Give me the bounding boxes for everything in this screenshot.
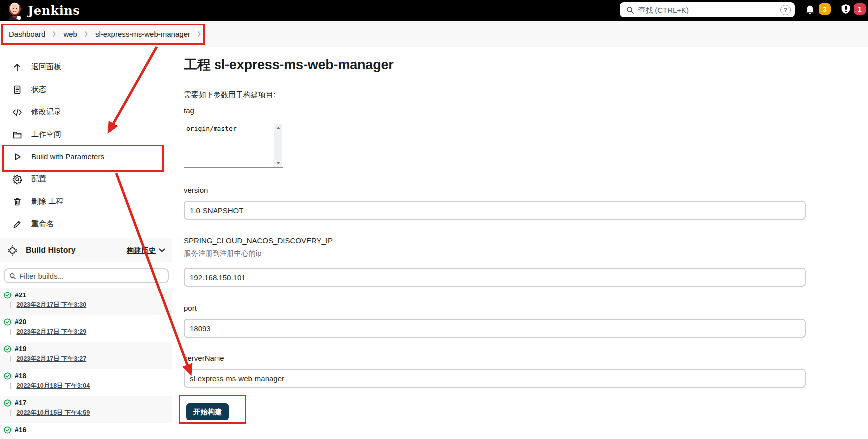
notification-count-badge[interactable]: 3	[819, 3, 831, 15]
param-label-tag: tag	[184, 106, 194, 115]
jenkins-butler-logo-icon	[6, 0, 24, 20]
sidebar-item-label: Build with Parameters	[31, 152, 104, 161]
jenkins-home-link[interactable]: Jenkins	[6, 0, 80, 20]
param-label-nacos-ip: SPRING_CLOUD_NACOS_DISCOVERY_IP	[184, 236, 333, 245]
sidebar-item-build-with-parameters[interactable]: Build with Parameters	[0, 146, 172, 168]
parameters-intro-text: 需要如下参数用于构建项目:	[184, 90, 275, 100]
breadcrumb-separator-icon	[197, 31, 201, 37]
build-history-list: #21 2023年2月17日 下午3:30 #20 2023年2月17日 下午3…	[0, 288, 172, 439]
build-date-link[interactable]: 2022年10月15日 下午4:59	[17, 409, 90, 417]
sidebar-item-rename[interactable]: 重命名	[0, 213, 172, 235]
port-input[interactable]	[184, 319, 806, 338]
sidebar-item-label: 删除 工程	[31, 197, 63, 206]
sidebar-item-configure[interactable]: 配置	[0, 168, 172, 190]
breadcrumb-job[interactable]: sl-express-ms-web-manager	[95, 30, 190, 38]
version-input[interactable]	[184, 201, 806, 220]
build-success-icon	[4, 426, 11, 434]
tag-selected-value[interactable]: origin/master	[186, 125, 237, 132]
build-row: #20 2023年2月17日 下午3:29	[0, 315, 172, 342]
page-title: 工程 sl-express-ms-web-manager	[184, 56, 394, 74]
start-build-button[interactable]: 开始构建	[186, 403, 229, 420]
build-date-link[interactable]: 2023年2月17日 下午3:30	[17, 301, 87, 309]
build-filter	[4, 268, 169, 283]
play-icon	[12, 151, 23, 162]
build-number-link[interactable]: #19	[15, 345, 26, 353]
build-success-icon	[4, 318, 11, 326]
build-success-icon	[4, 345, 11, 353]
build-success-icon	[4, 399, 11, 407]
tree-connector	[10, 302, 11, 308]
build-number-link[interactable]: #16	[15, 426, 26, 434]
sidebar-item-back-to-dashboard[interactable]: 返回面板	[0, 56, 172, 78]
build-row: #17 2022年10月15日 下午4:59	[0, 396, 172, 423]
changes-icon	[12, 107, 23, 118]
build-success-icon	[4, 292, 11, 299]
security-shield-icon[interactable]	[841, 3, 851, 15]
build-number-link[interactable]: #18	[15, 372, 26, 380]
sidebar-item-changes[interactable]: 修改记录	[0, 101, 172, 123]
search-icon	[9, 272, 16, 280]
tree-connector	[10, 410, 11, 416]
trash-icon	[12, 196, 23, 207]
topbar: Jenkins ? 3 1	[0, 0, 868, 21]
build-row: #18 2022年10月18日 下午3:04	[0, 369, 172, 396]
chevron-down-icon	[159, 248, 165, 253]
pencil-icon	[12, 219, 23, 230]
param-label-server-name: serverName	[184, 354, 224, 362]
scroll-down-icon[interactable]	[274, 159, 282, 167]
build-history-header: Build History 构建历史	[0, 238, 172, 262]
status-icon	[12, 84, 23, 95]
build-filter-input[interactable]	[19, 272, 164, 280]
sidebar-item-label: 返回面板	[31, 62, 61, 72]
search-input[interactable]	[638, 6, 780, 14]
build-date-link[interactable]: 2023年2月17日 下午3:29	[17, 328, 87, 336]
sidebar-item-label: 工作空间	[31, 130, 61, 139]
workspace-folder-icon	[12, 129, 23, 140]
build-row: #16	[0, 423, 172, 439]
breadcrumb-separator-icon	[84, 31, 88, 37]
sidebar-item-label: 状态	[31, 85, 46, 94]
sidebar: 返回面板 状态 修改记录 工作空间 Build with Parameters …	[0, 56, 172, 235]
build-date-link[interactable]: 2022年10月18日 下午3:04	[17, 382, 90, 390]
tree-connector	[10, 329, 11, 335]
build-row: #21 2023年2月17日 下午3:30	[0, 288, 172, 315]
sidebar-item-label: 重命名	[31, 219, 54, 229]
breadcrumb-dashboard[interactable]: Dashboard	[9, 30, 45, 38]
sidebar-item-label: 修改记录	[31, 107, 61, 117]
breadcrumb-separator-icon	[52, 31, 56, 37]
param-label-version: version	[184, 186, 208, 194]
build-date-link[interactable]: 2023年2月17日 下午3:27	[17, 355, 87, 363]
security-count-badge[interactable]: 1	[854, 3, 866, 15]
sidebar-item-status[interactable]: 状态	[0, 78, 172, 101]
build-number-link[interactable]: #21	[15, 291, 26, 299]
breadcrumb-web[interactable]: web	[63, 30, 77, 38]
build-number-link[interactable]: #17	[15, 399, 26, 407]
nacos-ip-input[interactable]	[184, 268, 806, 287]
build-success-icon	[4, 372, 11, 380]
search-icon	[626, 6, 634, 14]
build-history-trend-icon[interactable]	[7, 245, 18, 256]
gear-icon	[12, 174, 23, 185]
listbox-scrollbar[interactable]	[274, 124, 282, 167]
build-number-link[interactable]: #20	[15, 318, 26, 326]
sidebar-item-label: 配置	[31, 174, 46, 184]
breadcrumb: Dashboard web sl-express-ms-web-manager	[0, 21, 868, 47]
tag-listbox[interactable]: origin/master	[184, 123, 283, 168]
param-label-port: port	[184, 304, 197, 312]
global-search: ?	[620, 2, 795, 17]
exclamation-mark	[845, 6, 847, 10]
build-history-title: Build History	[26, 246, 76, 255]
scroll-up-icon[interactable]	[274, 124, 282, 132]
help-icon[interactable]: ?	[780, 5, 791, 15]
sidebar-item-workspace[interactable]: 工作空间	[0, 123, 172, 146]
build-row: #19 2023年2月17日 下午3:27	[0, 342, 172, 369]
server-name-input[interactable]	[184, 369, 806, 388]
sidebar-item-delete-project[interactable]: 删除 工程	[0, 190, 172, 213]
arrow-up-icon	[12, 62, 23, 73]
build-history-link[interactable]: 构建历史	[127, 246, 165, 255]
tree-connector	[10, 356, 11, 362]
tree-connector	[10, 383, 11, 389]
brand-wordmark: Jenkins	[28, 3, 80, 18]
param-description-nacos-ip: 服务注册到注册中心的ip	[184, 249, 261, 258]
notification-bell-icon[interactable]	[804, 4, 816, 16]
